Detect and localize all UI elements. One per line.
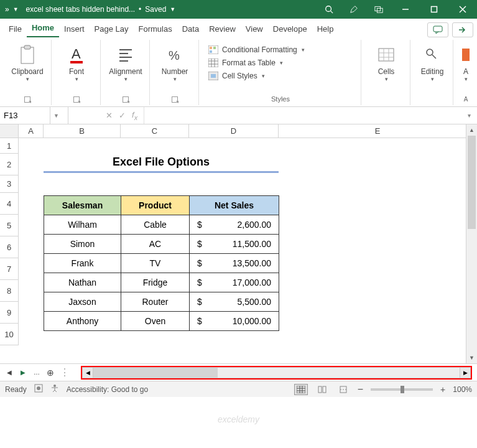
macro-record-icon[interactable] — [34, 384, 43, 394]
scroll-down-icon[interactable]: ▼ — [466, 352, 477, 363]
view-normal-icon[interactable] — [294, 384, 308, 395]
zoom-level[interactable]: 100% — [453, 385, 472, 394]
worksheet-grid[interactable]: A B C D E 1 2 3 4 5 6 7 8 9 10 Excel Fil… — [0, 124, 477, 363]
header-salesman: Salesman — [44, 196, 121, 215]
chevron-down-icon[interactable]: ▼ — [13, 6, 19, 12]
new-sheet-button[interactable]: ⊕ — [46, 368, 55, 378]
tab-home[interactable]: Home — [27, 21, 59, 37]
search-icon[interactable] — [317, 0, 341, 19]
svg-line-35 — [432, 55, 436, 58]
maximize-button[interactable] — [420, 0, 448, 19]
number-dialog-launcher[interactable] — [172, 96, 178, 103]
horizontal-scrollbar-highlighted[interactable]: ◀ ▶ — [81, 366, 472, 380]
cancel-formula-icon[interactable]: ✕ — [106, 111, 113, 120]
tab-developer[interactable]: Develope — [268, 22, 312, 37]
close-button[interactable] — [448, 0, 477, 19]
share-button[interactable] — [452, 22, 473, 37]
tab-formulas[interactable]: Formulas — [134, 22, 177, 37]
svg-rect-20 — [213, 47, 216, 49]
row-header[interactable]: 10 — [0, 324, 19, 345]
svg-rect-46 — [323, 386, 326, 393]
scroll-right-icon[interactable]: ▶ — [460, 367, 471, 378]
row-header[interactable]: 8 — [0, 280, 19, 302]
cell-styles-icon — [208, 71, 219, 81]
format-as-table-button[interactable]: Format as Table▾ — [205, 57, 356, 69]
sheet-title: Excel File Options — [44, 156, 279, 173]
svg-line-1 — [331, 11, 333, 14]
row-header[interactable]: 5 — [0, 215, 19, 236]
chevron-down-icon[interactable]: ▼ — [170, 6, 175, 12]
cells-button[interactable]: Cells▾ — [368, 44, 405, 82]
font-dialog-launcher[interactable] — [73, 96, 80, 103]
scroll-up-icon[interactable]: ▲ — [466, 124, 477, 136]
row-header[interactable]: 6 — [0, 236, 19, 258]
quickaccess-more-icon[interactable]: » — [5, 5, 9, 14]
font-button[interactable]: A Font▾ — [58, 44, 95, 82]
name-box[interactable] — [0, 110, 50, 121]
view-page-layout-icon[interactable] — [315, 384, 329, 395]
svg-rect-9 — [21, 47, 34, 63]
row-header[interactable]: 4 — [0, 193, 19, 215]
select-all-corner[interactable] — [0, 124, 19, 138]
hscroll-thumb[interactable] — [93, 368, 218, 378]
minimize-button[interactable] — [391, 0, 420, 19]
table-row: NathanFridge$17,000.00 — [44, 273, 279, 292]
header-product: Product — [121, 196, 190, 215]
clipboard-dialog-launcher[interactable] — [24, 96, 30, 103]
col-header-b[interactable]: B — [44, 124, 121, 138]
enter-formula-icon[interactable]: ✓ — [119, 111, 126, 120]
sheet-nav-next[interactable]: ▶ — [19, 369, 27, 376]
svg-rect-8 — [433, 26, 442, 32]
vertical-scrollbar[interactable]: ▲ ▼ — [466, 124, 477, 363]
row-header[interactable]: 1 — [0, 138, 19, 154]
tab-review[interactable]: Review — [204, 22, 241, 37]
sheet-nav-more[interactable]: … — [32, 369, 41, 376]
fx-icon[interactable]: fx — [132, 110, 137, 121]
window-switch-icon[interactable] — [366, 0, 391, 19]
pen-icon[interactable] — [341, 0, 366, 19]
sheet-nav-prev[interactable]: ◀ — [5, 369, 14, 376]
addins-button[interactable]: A▾ — [460, 44, 472, 82]
font-icon: A — [67, 44, 86, 66]
zoom-in-button[interactable]: + — [440, 385, 445, 394]
col-header-c[interactable]: C — [121, 124, 189, 138]
row-header[interactable]: 9 — [0, 302, 19, 324]
cell-styles-button[interactable]: Cell Styles▾ — [205, 70, 356, 82]
tab-insert[interactable]: Insert — [59, 22, 90, 37]
number-button[interactable]: % Number▾ — [156, 44, 193, 82]
alignment-dialog-launcher[interactable] — [123, 96, 129, 103]
file-name: excel sheet tabs hidden behind... — [26, 5, 135, 14]
formula-input[interactable] — [144, 107, 461, 124]
row-header[interactable]: 2 — [0, 154, 19, 175]
zoom-slider[interactable] — [371, 388, 433, 391]
titlebar: » ▼ excel sheet tabs hidden behind... • … — [0, 0, 477, 19]
tab-data[interactable]: Data — [177, 22, 204, 37]
name-box-dropdown[interactable]: ▼ — [50, 107, 62, 124]
row-header[interactable]: 3 — [0, 175, 19, 193]
svg-rect-29 — [379, 49, 394, 61]
tab-view[interactable]: View — [241, 22, 268, 37]
alignment-button[interactable]: Alignment▾ — [107, 44, 144, 82]
expand-formula-bar[interactable]: ▾ — [461, 107, 477, 124]
tab-file[interactable]: File — [4, 22, 27, 37]
editing-button[interactable]: Editing▾ — [417, 44, 448, 82]
comments-button[interactable] — [427, 22, 448, 37]
svg-point-34 — [427, 49, 433, 55]
tab-help[interactable]: Help — [312, 22, 339, 37]
row-header[interactable]: 7 — [0, 258, 19, 280]
scroll-thumb[interactable] — [468, 136, 476, 229]
svg-rect-40 — [297, 386, 305, 393]
scroll-left-icon[interactable]: ◀ — [82, 367, 93, 378]
conditional-formatting-button[interactable]: Conditional Formatting▾ — [205, 44, 356, 56]
accessibility-icon[interactable] — [50, 384, 59, 394]
zoom-out-button[interactable]: − — [358, 384, 363, 395]
view-page-break-icon[interactable] — [336, 384, 350, 395]
col-header-a[interactable]: A — [19, 124, 44, 138]
editing-icon — [422, 44, 442, 66]
tab-pagelayout[interactable]: Page Lay — [90, 22, 134, 37]
accessibility-status[interactable]: Accessibility: Good to go — [67, 385, 148, 394]
col-header-e[interactable]: E — [279, 124, 477, 138]
clipboard-button[interactable]: Clipboard▾ — [9, 44, 46, 82]
col-header-d[interactable]: D — [189, 124, 279, 138]
svg-rect-10 — [24, 45, 30, 49]
